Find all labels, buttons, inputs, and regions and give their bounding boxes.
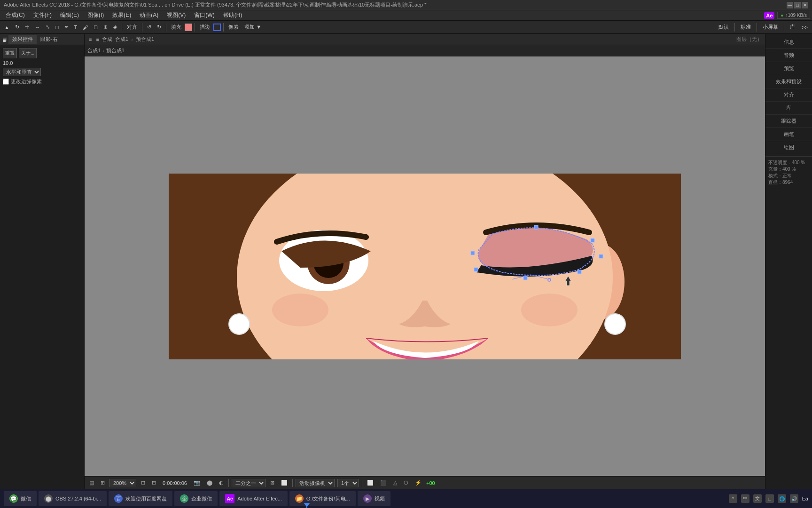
video-label: 视频 — [375, 495, 385, 502]
taskbar-ae[interactable]: Ae Adobe After Effec... — [219, 491, 288, 506]
rect-tool[interactable]: □ — [53, 22, 61, 32]
crop-btn[interactable]: ⊡ — [139, 479, 147, 487]
render-queue-btn[interactable]: ⬛ — [378, 479, 389, 487]
effects-controls-tab[interactable]: 效果控件 — [8, 35, 37, 44]
breadcrumb-precomp1[interactable]: 预合成1 — [106, 47, 125, 54]
taskbar-obs[interactable]: ⬤ OBS 27.2.4 (64-bi... — [39, 491, 107, 506]
right-panel-effects[interactable]: 效果和预设 — [765, 75, 812, 88]
fast-preview-btn[interactable]: ⚡ — [413, 479, 423, 487]
right-panel-library[interactable]: 库 — [765, 102, 812, 115]
toolbar-separator-8 — [784, 23, 784, 32]
more-btn[interactable]: >> — [799, 22, 810, 32]
view-count-select[interactable]: 1个 2个 4个 — [337, 479, 359, 487]
svg-point-23 — [229, 314, 250, 334]
standard-btn[interactable]: 标准 — [738, 22, 753, 32]
stamp-tool[interactable]: ⊕ — [101, 22, 110, 32]
taskbar-time-value: Ea — [802, 496, 808, 501]
preview-controls: ▤ ⊞ 200% 100% 50% ⊡ ⊟ 0:00:00:06 📷 ⬤ ◐ 二… — [85, 476, 765, 489]
reset-button[interactable]: 重置 — [3, 48, 17, 58]
left-panel: ■ 效果控件 眼影-右 重置 关于... 10.0 水平和垂直 — [0, 34, 85, 489]
menu-effects[interactable]: 效果(E) — [109, 10, 135, 20]
title-bar-controls: — □ ✕ — [787, 2, 808, 8]
snapshot-btn[interactable]: 📷 — [192, 479, 202, 487]
menu-animation[interactable]: 动画(A) — [136, 10, 162, 20]
toolbar-separator-6 — [734, 23, 735, 32]
position-tool[interactable]: ↔ — [32, 22, 42, 32]
3d-btn[interactable]: ⬡ — [402, 479, 410, 487]
panel-collapse-icon[interactable]: ■ — [3, 38, 7, 41]
playhead[interactable] — [306, 503, 307, 508]
rotate-tool[interactable]: ↻ — [13, 22, 22, 32]
eraser-tool[interactable]: ◻ — [91, 22, 100, 32]
add-btn[interactable]: 添加 ▼ — [242, 22, 264, 32]
scale-tool[interactable]: ⤡ — [43, 22, 52, 32]
menu-help[interactable]: 帮助(H) — [219, 10, 246, 20]
close-button[interactable]: ✕ — [802, 2, 808, 8]
preview-panel-btn[interactable]: ▤ — [87, 479, 96, 487]
color-channel-btn[interactable]: ⬤ — [205, 479, 214, 487]
shape-tool[interactable]: ◈ — [111, 22, 119, 32]
right-panel-tracker[interactable]: 跟踪器 — [765, 115, 812, 128]
menu-bar: 合成(C) 文件(F) 编辑(E) 图像(I) 效果(E) 动画(A) 视图(V… — [0, 10, 812, 21]
menu-image[interactable]: 图像(I) — [84, 10, 108, 20]
preview-canvas[interactable] — [169, 174, 681, 359]
about-button[interactable]: 关于... — [19, 48, 37, 58]
right-panel-brushes[interactable]: 画笔 — [765, 128, 812, 141]
edge-label: 更改边缘像素 — [11, 78, 42, 85]
taskbar-baidu[interactable]: 百 欢迎使用百度网盘 — [109, 491, 172, 506]
breadcrumb-comp1[interactable]: 合成1 — [87, 47, 101, 54]
menu-view[interactable]: 视图(V) — [163, 10, 189, 20]
right-panel-preview[interactable]: 预览 — [765, 62, 812, 75]
text-tool[interactable]: T — [72, 22, 80, 32]
fill-color-swatch[interactable] — [185, 24, 192, 31]
stroke-color-swatch[interactable] — [213, 24, 221, 31]
default-btn[interactable]: 默认 — [716, 22, 731, 32]
resolution-select[interactable]: 二分之一 完整 四分之一 — [232, 479, 265, 487]
anchor-tool[interactable]: ✛ — [23, 22, 31, 32]
select-tool[interactable]: ▲ — [2, 22, 12, 32]
taskbar-file-manager[interactable]: 📁 G:\文件备份\闪电... — [289, 491, 356, 506]
edge-checkbox[interactable] — [3, 79, 9, 85]
enterprise-wechat-label: 企业微信 — [191, 495, 212, 502]
taskbar: 💬 微信 ⬤ OBS 27.2.4 (64-bi... 百 欢迎使用百度网盘 企… — [0, 489, 812, 508]
taskbar-wechat[interactable]: 💬 微信 — [4, 491, 37, 506]
sync-btn[interactable]: ⬜ — [365, 479, 375, 487]
baidu-icon: 百 — [114, 494, 123, 503]
taskbar-enterprise-wechat[interactable]: 企 企业微信 — [174, 491, 218, 506]
minimize-button[interactable]: — — [787, 2, 793, 8]
menu-file[interactable]: 文件(F) — [30, 10, 55, 20]
canvas-container[interactable] — [85, 56, 765, 476]
toolbar-separator-4 — [195, 23, 195, 32]
svg-rect-11 — [591, 238, 594, 242]
svg-point-22 — [521, 294, 578, 326]
undo-btn[interactable]: ↺ — [145, 22, 154, 32]
camera-select[interactable]: 活动摄像机 — [296, 479, 335, 487]
resolution-toggle[interactable]: ⊠ — [268, 479, 276, 487]
right-panel-align[interactable]: 对齐 — [765, 88, 812, 102]
right-panel-drawing[interactable]: 绘图 — [765, 141, 812, 154]
drafts-btn[interactable]: △ — [391, 479, 399, 487]
small-screen-btn[interactable]: 小屏幕 — [760, 22, 781, 32]
preview-pixel-btn[interactable]: ⊞ — [99, 479, 107, 487]
menu-window[interactable]: 窗口(W) — [190, 10, 218, 20]
blend-mode-select[interactable]: 水平和垂直 — [3, 68, 41, 76]
taskbar-video[interactable]: ▶ 视频 — [358, 491, 390, 506]
library-btn[interactable]: 库 — [788, 22, 797, 32]
menu-edit[interactable]: 编辑(E) — [56, 10, 83, 20]
pen-tool[interactable]: ✒ — [62, 22, 71, 32]
ae-taskbar-icon: Ae — [225, 494, 234, 503]
region-btn[interactable]: ⬜ — [279, 479, 289, 487]
menu-composition[interactable]: 合成(C) — [2, 10, 29, 20]
obs-icon: ⬤ — [44, 494, 53, 503]
safe-zone-btn[interactable]: ⊟ — [150, 479, 158, 487]
panel-menu-btn[interactable]: ≡ — [87, 36, 93, 43]
maximize-button[interactable]: □ — [794, 2, 801, 8]
show-channel-btn[interactable]: ◐ — [217, 479, 226, 487]
redo-btn[interactable]: ↻ — [155, 22, 164, 32]
brush-tool[interactable]: 🖌 — [80, 22, 90, 32]
right-panel-info[interactable]: 信息 — [765, 36, 812, 49]
sys-icon-volume: 🔊 — [790, 494, 798, 503]
right-panel-audio[interactable]: 音频 — [765, 49, 812, 62]
eye-shadow-right-tab[interactable]: 眼影-右 — [37, 35, 62, 44]
zoom-select[interactable]: 200% 100% 50% — [109, 479, 136, 487]
